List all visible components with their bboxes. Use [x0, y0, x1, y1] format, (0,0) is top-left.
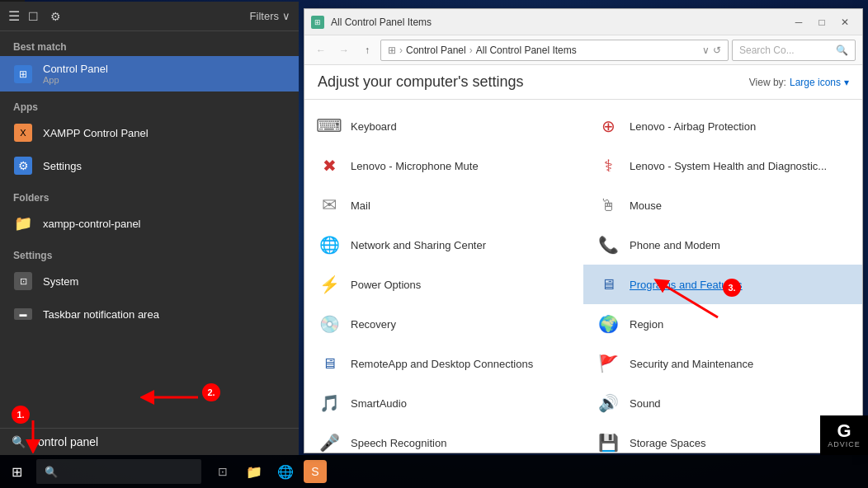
- taskbar-icon: ▬: [13, 304, 33, 324]
- view-by-value[interactable]: Large icons: [790, 77, 841, 88]
- start-search-input[interactable]: [32, 435, 287, 448]
- search-box: Search Co... 🔍: [732, 40, 856, 61]
- breadcrumb-sep2: ›: [469, 45, 473, 56]
- cp-header-title: Adjust your computer's settings: [318, 73, 524, 91]
- mouse-label: Mouse: [630, 199, 662, 212]
- taskbar-search[interactable]: 🔍: [36, 459, 201, 484]
- system-label: System: [43, 275, 78, 288]
- region-icon: 🌍: [595, 311, 621, 337]
- filters-button[interactable]: Filters ∨: [250, 10, 290, 22]
- cp-item-smart-audio[interactable]: 🎵 SmartAudio: [304, 383, 583, 423]
- cp-item-power[interactable]: ⚡ Power Options: [304, 265, 583, 304]
- control-panel-item[interactable]: ⊞ Control Panel App: [0, 56, 299, 92]
- programs-icon: 🖥: [595, 271, 621, 298]
- breadcrumb-cp[interactable]: Control Panel: [406, 45, 466, 56]
- cp-item-recovery[interactable]: 💿 Recovery: [304, 304, 583, 344]
- sound-label: Sound: [630, 397, 661, 410]
- storage-icon: 💾: [595, 429, 621, 453]
- breadcrumb-home-icon: ⊞: [388, 45, 396, 56]
- security-label: Security and Maintenance: [630, 358, 753, 370]
- xampp-item[interactable]: X XAMPP Control Panel: [0, 116, 299, 149]
- cp-item-mail[interactable]: ✉ Mail: [304, 185, 583, 225]
- window-controls: ─ □ ✕: [788, 14, 856, 30]
- search-box-icon[interactable]: 🔍: [836, 45, 848, 56]
- cp-item-phone-modem[interactable]: 📞 Phone and Modem: [583, 225, 862, 265]
- view-by-control: View by: Large icons ▾: [749, 77, 849, 88]
- cp-window-icon: ⊞: [311, 16, 324, 29]
- document-tab-icon[interactable]: ☐: [28, 10, 39, 23]
- file-explorer-icon[interactable]: 📁: [241, 458, 267, 485]
- mouse-icon: 🖱: [595, 192, 621, 218]
- settings-label: Settings: [43, 160, 82, 172]
- lenovo-health-icon: ⚕: [595, 152, 621, 179]
- refresh-icon[interactable]: ↺: [713, 45, 721, 56]
- cp-item-keyboard[interactable]: ⌨ Keyboard: [304, 106, 583, 146]
- up-button[interactable]: ↑: [357, 40, 377, 60]
- control-panel-window: ⊞ All Control Panel Items ─ □ ✕ ← → ↑ ⊞ …: [304, 8, 863, 453]
- taskbar-label: Taskbar notification area: [43, 308, 159, 321]
- keyboard-icon: ⌨: [316, 113, 342, 139]
- start-search-bar: 🔍: [0, 428, 299, 455]
- start-button[interactable]: ⊞: [0, 455, 33, 488]
- close-button[interactable]: ✕: [834, 14, 856, 30]
- breadcrumb-bar: ⊞ › Control Panel › All Control Panel It…: [380, 40, 729, 61]
- view-by-chevron[interactable]: ▾: [844, 77, 849, 88]
- start-menu: ☰ ☐ ⚙ Filters ∨ Best match ⊞ Control Pan…: [0, 2, 299, 455]
- xampp-label: XAMPP Control Panel: [43, 127, 149, 139]
- security-icon: 🚩: [595, 350, 621, 377]
- taskbar-item[interactable]: ▬ Taskbar notification area: [0, 298, 299, 331]
- settings-section-label: Settings: [0, 240, 299, 265]
- cp-item-region[interactable]: 🌍 Region: [583, 304, 862, 344]
- remoteapp-label: RemoteApp and Desktop Connections: [351, 358, 533, 370]
- lenovo-mic-icon: ✖: [316, 152, 342, 179]
- cp-item-network[interactable]: 🌐 Network and Sharing Center: [304, 225, 583, 265]
- cp-item-remoteapp[interactable]: 🖥 RemoteApp and Desktop Connections: [304, 344, 583, 383]
- chevron-down-icon: ∨: [282, 10, 290, 22]
- mail-icon: ✉: [316, 192, 342, 218]
- task-view-icon[interactable]: ⊡: [210, 458, 236, 485]
- cp-item-speech[interactable]: 🎤 Speech Recognition: [304, 423, 583, 453]
- hamburger-icon[interactable]: ☰: [8, 8, 20, 24]
- cp-item-lenovo-mic[interactable]: ✖ Lenovo - Microphone Mute: [304, 146, 583, 185]
- phone-modem-label: Phone and Modem: [630, 239, 720, 251]
- forward-button[interactable]: →: [334, 40, 354, 60]
- cp-content-header: Adjust your computer's settings View by:…: [304, 65, 862, 100]
- maximize-button[interactable]: □: [811, 14, 833, 30]
- search-box-placeholder: Search Co...: [739, 45, 795, 56]
- taskbar-search-icon: 🔍: [45, 466, 58, 478]
- phone-modem-icon: 📞: [595, 232, 621, 258]
- back-button[interactable]: ←: [311, 40, 331, 60]
- programs-label: Programs and Features: [630, 279, 743, 291]
- system-icon: ⊡: [13, 271, 33, 291]
- system-item[interactable]: ⊡ System: [0, 265, 299, 298]
- cp-item-lenovo-airbag[interactable]: ⊕ Lenovo - Airbag Protection: [583, 106, 862, 146]
- cp-items-grid: ⌨ Keyboard ⊕ Lenovo - Airbag Protection …: [304, 100, 862, 453]
- control-panel-icon: ⊞: [13, 64, 33, 84]
- keyboard-label: Keyboard: [351, 120, 397, 133]
- g-advice-badge: G ADVICE: [820, 415, 868, 455]
- sublime-icon[interactable]: S: [304, 460, 327, 483]
- cp-item-security[interactable]: 🚩 Security and Maintenance: [583, 344, 862, 383]
- settings-item[interactable]: ⚙ Settings: [0, 149, 299, 182]
- best-match-label: Best match: [0, 31, 299, 56]
- recovery-icon: 💿: [316, 311, 342, 337]
- cp-window-title: All Control Panel Items: [331, 16, 781, 28]
- sound-icon: 🔊: [595, 390, 621, 416]
- breadcrumb-all: All Control Panel Items: [476, 45, 577, 56]
- network-icon: 🌐: [316, 232, 342, 258]
- smart-audio-label: SmartAudio: [351, 397, 407, 410]
- titlebar: ⊞ All Control Panel Items ─ □ ✕: [304, 9, 862, 35]
- xampp-folder-item[interactable]: 📁 xampp-control-panel: [0, 207, 299, 240]
- minimize-button[interactable]: ─: [788, 14, 809, 30]
- gear-tab-icon[interactable]: ⚙: [50, 10, 61, 23]
- nav-dropdown-icon[interactable]: ∨: [702, 45, 710, 56]
- cp-item-programs[interactable]: 🖥 Programs and Features: [583, 265, 862, 304]
- network-label: Network and Sharing Center: [351, 239, 486, 251]
- taskbar-search-input[interactable]: [61, 466, 193, 477]
- start-menu-content: Best match ⊞ Control Panel App Apps X XA…: [0, 31, 299, 428]
- recovery-label: Recovery: [351, 318, 396, 331]
- chrome-icon[interactable]: 🌐: [272, 458, 299, 485]
- nav-toolbar: ← → ↑ ⊞ › Control Panel › All Control Pa…: [304, 35, 862, 65]
- cp-item-lenovo-health[interactable]: ⚕ Lenovo - System Health and Diagnostic.…: [583, 146, 862, 185]
- cp-item-mouse[interactable]: 🖱 Mouse: [583, 185, 862, 225]
